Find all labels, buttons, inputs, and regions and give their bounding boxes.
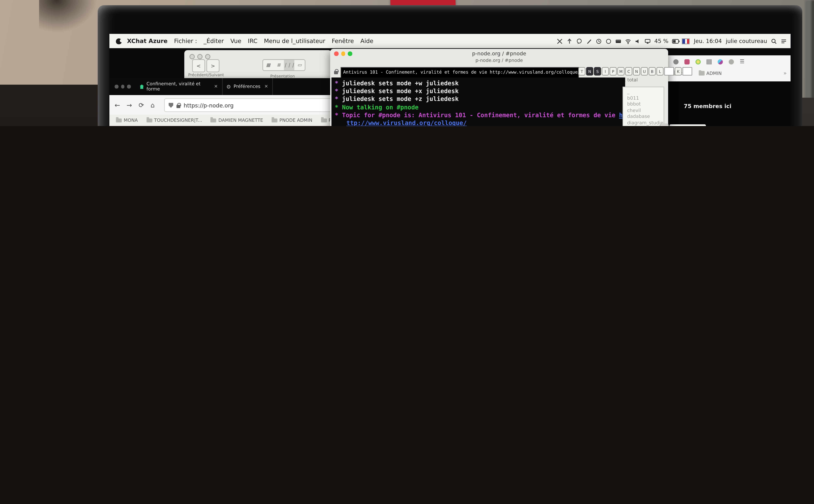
menu-user-name[interactable]: julie coutureau: [726, 38, 767, 44]
background-browser-window: ☰ zone ADMIN » 75 membres ici botevilgra…: [668, 55, 791, 126]
menu-item[interactable]: Fichier :: [174, 38, 197, 44]
tools-menu-icon[interactable]: [557, 38, 562, 44]
hamburger-menu-icon[interactable]: ☰: [740, 59, 744, 64]
user-list-item[interactable]: dadabase: [627, 113, 664, 120]
user-list-item[interactable]: b011: [627, 95, 664, 101]
pane-title: p-node.org / #pnode: [330, 58, 668, 66]
notification-center-icon[interactable]: [781, 38, 787, 44]
bookmark-item[interactable]: DAMIEN MAGNETTE: [211, 118, 263, 123]
menu-item[interactable]: Aide: [360, 38, 373, 44]
tab-close-icon[interactable]: ✕: [214, 84, 218, 89]
volume-menu-icon[interactable]: [635, 38, 641, 44]
user-list-item[interactable]: diagram_studies: [627, 120, 664, 126]
menu-item[interactable]: Fenêtre: [332, 38, 354, 44]
menu-item[interactable]: IRC: [248, 38, 257, 44]
extension-icon[interactable]: [707, 59, 712, 64]
mode-button-t[interactable]: T: [578, 67, 585, 76]
bookmark-item[interactable]: TOUCHDESIGNER|T...: [146, 118, 202, 123]
traffic-lights[interactable]: [334, 51, 352, 56]
mode-button-n[interactable]: N: [633, 67, 640, 76]
browser-traffic-lights[interactable]: [115, 85, 131, 88]
mode-button-p[interactable]: P: [610, 67, 617, 76]
bookmark-label: TOUCHDESIGNER|T...: [154, 118, 202, 123]
mode-button-s[interactable]: S: [594, 67, 601, 76]
user-list-item[interactable]: chevil: [627, 107, 664, 113]
upload-menu-icon[interactable]: [566, 38, 572, 44]
menu-app-name[interactable]: XChat Azure: [127, 38, 168, 44]
back-icon[interactable]: ←: [115, 101, 120, 108]
tab-server-pnode[interactable]: PNODE: [660, 124, 669, 126]
spotlight-search-icon[interactable]: [771, 38, 777, 44]
close-window-button[interactable]: [334, 51, 338, 56]
finder-back-button[interactable]: <: [192, 59, 205, 72]
macos-screen: XChat Azure Fichier :_ÉditerVueIRCMenu d…: [109, 34, 791, 126]
chat-log[interactable]: * juliedesk sets mode +w juliedesk* juli…: [331, 77, 625, 126]
view-grid-icon[interactable]: ▦: [263, 60, 274, 70]
timemachine-menu-icon[interactable]: [596, 38, 602, 44]
view-list-icon[interactable]: ≣: [274, 60, 284, 70]
menu-item[interactable]: Vue: [230, 38, 241, 44]
user-list-item[interactable]: _: [627, 89, 664, 95]
view-gallery-icon[interactable]: ▭: [294, 60, 305, 70]
chat-line: * Now talking on #pnode: [335, 103, 625, 111]
chat-menu-icon[interactable]: [576, 38, 582, 44]
bookmark-folder-admin[interactable]: ADMIN: [699, 71, 722, 76]
menu-bar-status: 45 % Jeu. 16:04 julie coutureau: [557, 34, 787, 48]
tab-close-icon[interactable]: ✕: [264, 84, 268, 89]
menu-item[interactable]: _Éditer: [203, 38, 224, 44]
finder-nav-label: Précédent/Suivant: [188, 72, 224, 77]
channel-tab-strip: PNODE (snotices) #pnode: [660, 49, 668, 126]
finder-view-switcher[interactable]: ▦≣❘❘❘▭: [262, 59, 305, 71]
input-language-flag-fr[interactable]: [682, 38, 690, 44]
bookmark-label: PNODE ADMIN: [279, 118, 312, 123]
folder-icon: [699, 71, 704, 75]
mode-button-b[interactable]: B: [649, 67, 656, 76]
channel-mode-buttons: TNSIPMCNUBLK: [578, 67, 692, 76]
user-list-item[interactable]: bbbot: [627, 101, 664, 107]
tab-label: Confinement, viralité et forme: [147, 81, 210, 92]
extension-icon[interactable]: [684, 59, 690, 64]
airplay-menu-icon[interactable]: [645, 38, 650, 44]
home-tab-icon: [140, 84, 144, 89]
shield-icon[interactable]: [673, 59, 679, 64]
minimize-window-button[interactable]: [341, 51, 345, 56]
wifi-menu-icon[interactable]: [625, 38, 631, 44]
menu-item[interactable]: Menu de l_utilisateur: [264, 38, 325, 44]
mode-button-c[interactable]: C: [625, 67, 632, 76]
mode-button-k[interactable]: K: [675, 67, 682, 76]
tab-confinement[interactable]: Confinement, viralité et forme ✕: [136, 78, 222, 95]
menu-clock[interactable]: Jeu. 16:04: [694, 38, 722, 44]
https-lock-icon: [176, 105, 180, 108]
right-toolbar-icons: ☰: [673, 59, 744, 64]
mode-button-i[interactable]: I: [602, 67, 609, 76]
bookmark-item[interactable]: MONA: [116, 118, 138, 123]
finder-forward-button[interactable]: >: [206, 59, 219, 72]
shortcuts-menu-icon[interactable]: [605, 38, 611, 44]
xchat-window: p-node.org / #pnode p-node.org / #pnode …: [330, 49, 668, 126]
mode-button-n[interactable]: N: [586, 67, 593, 76]
reload-icon[interactable]: ⟳: [139, 101, 144, 108]
forward-icon[interactable]: →: [127, 101, 132, 108]
tracking-shield-icon[interactable]: [169, 103, 173, 108]
home-icon[interactable]: ⌂: [151, 101, 155, 108]
pencil-menu-icon[interactable]: [586, 38, 592, 44]
view-columns-icon[interactable]: ❘❘❘: [284, 60, 294, 70]
url-text[interactable]: https://p-node.org: [184, 102, 234, 108]
user-list[interactable]: _b011bbbotchevildadabasediagram_studiesd…: [623, 87, 664, 126]
right-search-field[interactable]: [669, 124, 706, 126]
extension-icon[interactable]: [718, 59, 723, 64]
apple-menu-icon[interactable]: [116, 38, 122, 44]
tab-label: Préférences: [234, 84, 260, 89]
bookmarks-overflow-icon[interactable]: »: [783, 70, 787, 76]
finder-traffic-lights[interactable]: [189, 54, 210, 59]
topic-bar[interactable]: Antivirus 101 - Confinement, viralité et…: [341, 67, 579, 78]
zoom-window-button[interactable]: [348, 51, 352, 56]
tab-preferences[interactable]: ⚙ Préférences ✕: [222, 78, 273, 95]
bookmark-item[interactable]: PNODE ADMIN: [272, 118, 312, 123]
mode-key-field[interactable]: [682, 67, 692, 76]
extension-icon[interactable]: [695, 59, 701, 64]
mode-button-u[interactable]: U: [641, 67, 648, 76]
mode-button-m[interactable]: M: [617, 67, 625, 76]
keyboard-menu-icon[interactable]: [615, 38, 621, 44]
account-icon[interactable]: [729, 59, 734, 64]
